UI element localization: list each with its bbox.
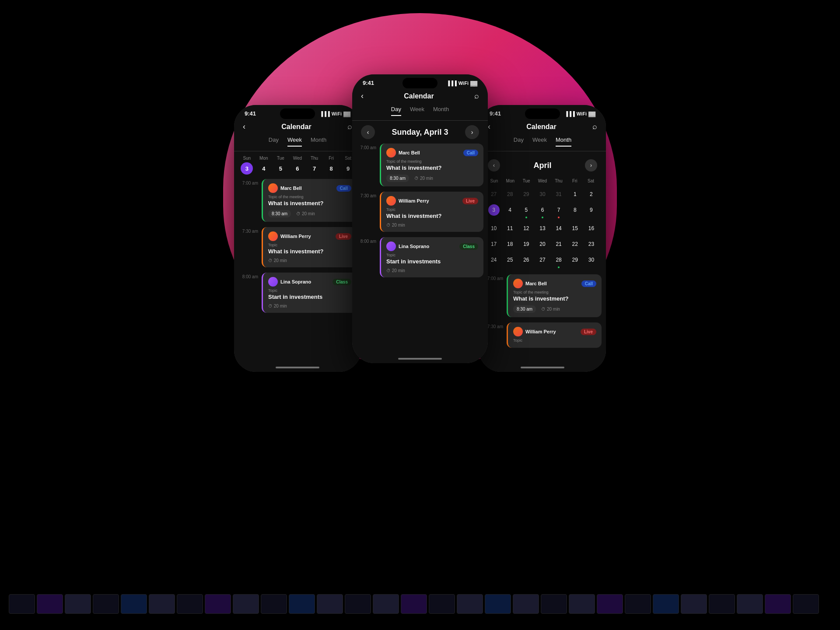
event-card-william-right[interactable]: William Perry Live Topic xyxy=(507,322,602,348)
cal-day-13[interactable]: 13 xyxy=(535,221,550,236)
tab-month-left[interactable]: Month xyxy=(311,136,326,147)
thumb-7[interactable] xyxy=(177,594,203,614)
thumb-14[interactable] xyxy=(373,594,399,614)
time-slot-730-right: 7:30 am William Perry Live Topic xyxy=(483,322,602,348)
tab-week-center[interactable]: Week xyxy=(410,106,424,116)
thumb-23[interactable] xyxy=(625,594,651,614)
event-card-lina-left[interactable]: Lina Soprano Class Topic Start in invest… xyxy=(262,273,357,313)
schedule-left: 7:00 am Marc Bell Call Topic of the meet… xyxy=(234,179,361,372)
thumb-4[interactable] xyxy=(93,594,119,614)
prev-date-btn[interactable]: ‹ xyxy=(361,125,375,139)
topic-label-marc-left: Topic of the meeting xyxy=(268,195,351,199)
day-fri[interactable]: Fri 8 xyxy=(325,156,337,175)
thumb-11[interactable] xyxy=(289,594,315,614)
cal-day-1[interactable]: 1 xyxy=(567,187,583,202)
thumb-29[interactable] xyxy=(793,594,819,614)
day-wed[interactable]: Wed 6 xyxy=(291,156,304,175)
thumb-8[interactable] xyxy=(205,594,231,614)
cal-day-31-prev[interactable]: 31 xyxy=(551,187,567,202)
cal-day-27[interactable]: 27 xyxy=(535,252,550,270)
search-icon-left[interactable]: ⌕ xyxy=(347,122,352,131)
thumb-5[interactable] xyxy=(121,594,147,614)
cal-day-25[interactable]: 25 xyxy=(502,252,518,270)
cal-day-30-prev[interactable]: 30 xyxy=(535,187,550,202)
thumb-2[interactable] xyxy=(37,594,63,614)
cal-day-30[interactable]: 30 xyxy=(584,252,599,270)
cal-day-11[interactable]: 11 xyxy=(502,221,518,236)
day-sun[interactable]: Sun 3 xyxy=(241,156,253,175)
thumb-21[interactable] xyxy=(569,594,595,614)
thumb-24[interactable] xyxy=(653,594,679,614)
prev-month-btn[interactable]: ‹ xyxy=(488,159,500,172)
cal-day-17[interactable]: 17 xyxy=(486,237,501,252)
cal-day-7[interactable]: 7 xyxy=(551,203,567,220)
cal-day-23[interactable]: 23 xyxy=(584,237,599,252)
cal-day-19[interactable]: 19 xyxy=(518,237,534,252)
next-date-btn[interactable]: › xyxy=(465,125,479,139)
cal-day-18[interactable]: 18 xyxy=(502,237,518,252)
cal-day-26[interactable]: 26 xyxy=(518,252,534,270)
back-icon-left[interactable]: ‹ xyxy=(243,122,245,131)
day-mon[interactable]: Mon 4 xyxy=(258,156,270,175)
thumb-6[interactable] xyxy=(149,594,175,614)
thumb-17[interactable] xyxy=(457,594,483,614)
day-tue[interactable]: Tue 5 xyxy=(274,156,287,175)
thumb-27[interactable] xyxy=(737,594,763,614)
cal-day-8[interactable]: 8 xyxy=(567,203,583,220)
cal-day-24[interactable]: 24 xyxy=(486,252,501,270)
cal-day-5[interactable]: 5 xyxy=(518,203,534,220)
cal-day-15[interactable]: 15 xyxy=(567,221,583,236)
cal-day-10[interactable]: 10 xyxy=(486,221,501,236)
event-card-william-center[interactable]: William Perry Live Topic What is investm… xyxy=(380,192,483,232)
event-card-marc-left[interactable]: Marc Bell Call Topic of the meeting What… xyxy=(262,179,357,222)
thumb-13[interactable] xyxy=(345,594,371,614)
next-month-btn[interactable]: › xyxy=(585,159,597,172)
tab-month-center[interactable]: Month xyxy=(433,106,449,116)
cal-day-2[interactable]: 2 xyxy=(584,187,599,202)
thumb-19[interactable] xyxy=(513,594,539,614)
event-card-marc-center[interactable]: Marc Bell Call Topic of the meeting What… xyxy=(380,144,483,186)
cal-day-28-prev[interactable]: 28 xyxy=(502,187,518,202)
event-card-william-left[interactable]: William Perry Live Topic What is investm… xyxy=(262,227,357,267)
tab-day-left[interactable]: Day xyxy=(269,136,279,147)
thumb-22[interactable] xyxy=(597,594,623,614)
cal-day-12[interactable]: 12 xyxy=(518,221,534,236)
tab-week-left[interactable]: Week xyxy=(287,136,302,147)
thumb-18[interactable] xyxy=(485,594,511,614)
search-icon-right[interactable]: ⌕ xyxy=(592,122,597,131)
back-icon-center[interactable]: ‹ xyxy=(361,91,364,101)
cal-day-29[interactable]: 29 xyxy=(567,252,583,270)
cal-day-6[interactable]: 6 xyxy=(535,203,550,220)
search-icon-center[interactable]: ⌕ xyxy=(474,91,479,101)
tab-week-right[interactable]: Week xyxy=(532,136,547,147)
tab-day-center[interactable]: Day xyxy=(391,106,401,116)
cal-day-14[interactable]: 14 xyxy=(551,221,567,236)
thumb-3[interactable] xyxy=(65,594,91,614)
thumb-10[interactable] xyxy=(261,594,287,614)
cal-day-3[interactable]: 3 xyxy=(486,203,501,220)
thumb-26[interactable] xyxy=(709,594,735,614)
tab-month-right[interactable]: Month xyxy=(556,136,571,147)
cal-day-22[interactable]: 22 xyxy=(567,237,583,252)
tab-day-right[interactable]: Day xyxy=(514,136,524,147)
day-thu[interactable]: Thu 7 xyxy=(308,156,321,175)
cal-day-20[interactable]: 20 xyxy=(535,237,550,252)
event-card-marc-right[interactable]: Marc Bell Call Topic of the meeting What… xyxy=(507,274,602,317)
cal-day-4[interactable]: 4 xyxy=(502,203,518,220)
cal-day-21[interactable]: 21 xyxy=(551,237,567,252)
cal-day-28[interactable]: 28 xyxy=(551,252,567,270)
thumb-28[interactable] xyxy=(765,594,791,614)
cal-day-29-prev[interactable]: 29 xyxy=(518,187,534,202)
cal-day-9[interactable]: 9 xyxy=(584,203,599,220)
back-icon-right[interactable]: ‹ xyxy=(488,122,490,131)
thumb-1[interactable] xyxy=(9,594,35,614)
cal-day-27-prev[interactable]: 27 xyxy=(486,187,501,202)
thumb-16[interactable] xyxy=(429,594,455,614)
thumb-15[interactable] xyxy=(401,594,427,614)
thumb-12[interactable] xyxy=(317,594,343,614)
event-card-lina-center[interactable]: Lina Soprano Class Topic Start in invest… xyxy=(380,237,483,277)
thumb-25[interactable] xyxy=(681,594,707,614)
thumb-20[interactable] xyxy=(541,594,567,614)
cal-day-16[interactable]: 16 xyxy=(584,221,599,236)
thumb-9[interactable] xyxy=(233,594,259,614)
